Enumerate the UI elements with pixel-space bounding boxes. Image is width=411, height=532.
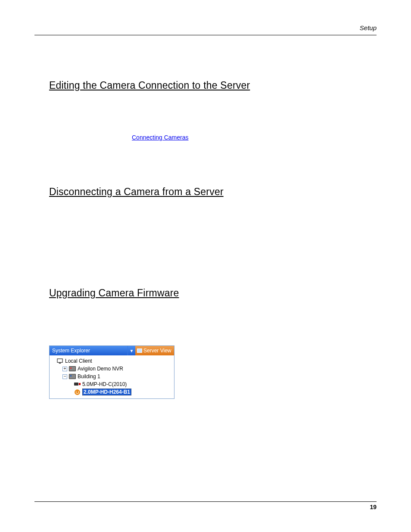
- page-number: 19: [34, 504, 377, 510]
- client-icon: [56, 358, 63, 364]
- spacer: [49, 205, 377, 287]
- collapse-button[interactable]: −: [62, 374, 67, 379]
- page-footer: 19: [34, 501, 377, 510]
- spacer: [49, 150, 377, 186]
- header-section-label: Setup: [34, 24, 377, 34]
- heading-disconnecting-camera: Disconnecting a Camera from a Server: [49, 186, 377, 198]
- header-rule: [34, 35, 377, 35]
- tree-node-label: Building 1: [78, 373, 100, 380]
- server-view-button[interactable]: Server View: [135, 346, 174, 355]
- tree-leaf-label: 5.0MP-HD-C(2010): [82, 381, 127, 387]
- page-header: Setup: [34, 24, 377, 35]
- explorer-dropdown-button[interactable]: ▼: [128, 346, 135, 355]
- chevron-down-icon: ▼: [130, 348, 134, 353]
- tree-root-row[interactable]: Local Client: [51, 357, 172, 365]
- svg-rect-0: [57, 358, 62, 362]
- spacer: [49, 307, 377, 345]
- camera-icon: [74, 381, 81, 387]
- tree-root-label: Local Client: [65, 358, 92, 364]
- svg-rect-1: [59, 363, 61, 364]
- tree-node-row[interactable]: − Building 1: [51, 373, 172, 380]
- system-explorer-title: System Explorer: [50, 346, 128, 355]
- system-explorer-panel: System Explorer ▼ Server View Local Clie…: [49, 345, 174, 399]
- spacer: [49, 99, 377, 134]
- heading-upgrading-firmware: Upgrading Camera Firmware: [49, 287, 377, 299]
- tree-leaf-row-selected[interactable]: 2.0MP-HD-H264-B1: [51, 388, 172, 396]
- connecting-cameras-link[interactable]: Connecting Cameras: [49, 134, 189, 141]
- footer-rule: [34, 501, 377, 502]
- firmware-update-icon: [74, 389, 81, 395]
- link-row: Connecting Cameras: [49, 134, 377, 141]
- tree-node-label: Avigilon Demo NVR: [78, 366, 123, 372]
- server-view-icon: [137, 348, 142, 353]
- page: Setup Editing the Camera Connection to t…: [0, 0, 411, 532]
- tree-leaf-row[interactable]: 5.0MP-HD-C(2010): [51, 380, 172, 388]
- heading-editing-connection: Editing the Camera Connection to the Ser…: [49, 80, 377, 91]
- system-explorer-header: System Explorer ▼ Server View: [50, 346, 174, 355]
- page-content: Editing the Camera Connection to the Ser…: [49, 80, 377, 399]
- explorer-tree: Local Client + Avigilon Demo NVR − Build…: [50, 355, 174, 398]
- tree-leaf-label-selected: 2.0MP-HD-H264-B1: [82, 389, 131, 395]
- server-icon: [69, 373, 76, 380]
- server-view-label: Server View: [143, 348, 171, 354]
- expand-button[interactable]: +: [62, 367, 67, 371]
- server-icon: [69, 366, 76, 372]
- tree-node-row[interactable]: + Avigilon Demo NVR: [51, 365, 172, 373]
